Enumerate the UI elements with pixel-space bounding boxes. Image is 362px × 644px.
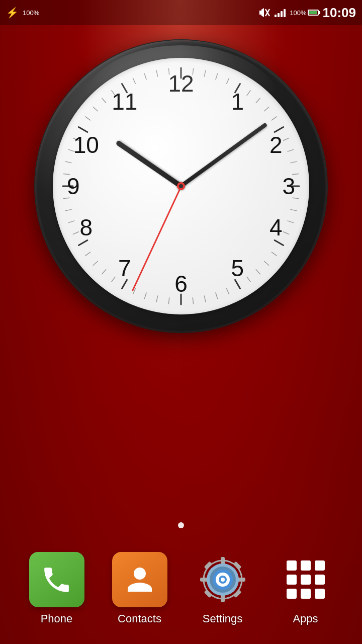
settings-icon-bg bbox=[195, 552, 250, 607]
status-right-icons: 100% 10:09 bbox=[257, 5, 356, 21]
svg-line-55 bbox=[85, 117, 90, 120]
svg-line-30 bbox=[227, 289, 229, 294]
svg-line-23 bbox=[284, 232, 289, 234]
svg-line-24 bbox=[275, 240, 283, 246]
settings-gear-svg bbox=[195, 552, 250, 607]
dock-item-settings[interactable]: Settings bbox=[195, 552, 250, 625]
page-dot-active bbox=[178, 522, 184, 528]
apps-dot-9 bbox=[315, 589, 325, 599]
clock-num-11: 11 bbox=[112, 88, 137, 115]
apps-dot-8 bbox=[301, 589, 311, 599]
svg-line-46 bbox=[69, 221, 74, 223]
dock-item-apps[interactable]: Apps bbox=[278, 552, 333, 625]
svg-line-62 bbox=[156, 70, 157, 76]
svg-line-58 bbox=[112, 91, 115, 96]
svg-line-9 bbox=[235, 84, 240, 92]
battery-percent: 100% bbox=[290, 9, 306, 17]
svg-line-17 bbox=[291, 162, 297, 163]
clock-num-12: 12 bbox=[168, 70, 194, 97]
svg-marker-0 bbox=[261, 8, 264, 17]
svg-line-7 bbox=[216, 74, 218, 79]
clock-center-dot bbox=[177, 182, 185, 190]
svg-line-40 bbox=[112, 277, 115, 282]
apps-label: Apps bbox=[293, 612, 318, 625]
svg-line-51 bbox=[65, 162, 71, 163]
svg-line-63 bbox=[168, 68, 169, 74]
svg-line-12 bbox=[264, 107, 269, 111]
apps-dot-6 bbox=[315, 575, 325, 585]
phone-svg bbox=[40, 564, 73, 596]
battery-bar bbox=[308, 10, 319, 16]
phone-icon-bg bbox=[29, 552, 84, 607]
clock-widget[interactable]: // We'll place tick marks via JS after r… bbox=[35, 40, 327, 332]
svg-line-5 bbox=[193, 68, 193, 74]
settings-label: Settings bbox=[203, 612, 243, 625]
clock-num-7: 7 bbox=[118, 255, 131, 282]
svg-line-21 bbox=[291, 209, 297, 210]
signal-bar-4 bbox=[284, 9, 286, 17]
svg-line-16 bbox=[288, 149, 293, 151]
clock-outer: // We'll place tick marks via JS after r… bbox=[35, 40, 327, 332]
svg-line-61 bbox=[144, 74, 146, 79]
status-left-icons: ⚡ 100% bbox=[6, 7, 39, 19]
dock: Phone Contacts bbox=[0, 538, 362, 644]
svg-line-33 bbox=[193, 298, 193, 304]
svg-line-27 bbox=[256, 270, 260, 274]
svg-line-22 bbox=[288, 221, 293, 223]
clock-num-9: 9 bbox=[67, 173, 80, 200]
contacts-icon-bg bbox=[112, 552, 167, 607]
contacts-svg bbox=[125, 565, 155, 595]
battery-icon: 100% bbox=[290, 9, 318, 17]
apps-icon-bg bbox=[278, 552, 333, 607]
clock-num-10: 10 bbox=[73, 131, 99, 158]
svg-line-35 bbox=[168, 298, 169, 304]
svg-line-6 bbox=[204, 70, 205, 76]
clock-num-8: 8 bbox=[80, 214, 93, 241]
svg-line-36 bbox=[156, 296, 157, 302]
clock-num-6: 6 bbox=[174, 270, 188, 297]
svg-line-37 bbox=[144, 293, 146, 298]
phone-label: Phone bbox=[41, 612, 73, 625]
signal-bars bbox=[275, 8, 286, 17]
svg-line-25 bbox=[272, 252, 277, 256]
clock-num-1: 1 bbox=[231, 88, 244, 115]
svg-line-41 bbox=[102, 270, 106, 274]
signal-bar-3 bbox=[281, 11, 283, 17]
apps-dot-3 bbox=[315, 560, 325, 571]
svg-line-47 bbox=[65, 209, 71, 210]
clock-num-5: 5 bbox=[231, 255, 244, 282]
svg-line-32 bbox=[204, 296, 205, 302]
clock-face: // We'll place tick marks via JS after r… bbox=[53, 58, 309, 314]
apps-dot-7 bbox=[287, 589, 297, 599]
svg-line-28 bbox=[247, 277, 250, 282]
clock-num-4: 4 bbox=[269, 214, 283, 241]
svg-line-13 bbox=[272, 117, 277, 120]
svg-line-8 bbox=[227, 78, 229, 84]
battery-fill bbox=[309, 11, 317, 14]
svg-line-59 bbox=[122, 84, 127, 92]
usb-icon: ⚡ bbox=[6, 7, 19, 19]
svg-line-31 bbox=[216, 293, 218, 298]
clock-num-3: 3 bbox=[282, 173, 295, 200]
signal-bar-1 bbox=[275, 15, 277, 17]
apps-dot-5 bbox=[301, 575, 311, 585]
signal-bar-2 bbox=[278, 13, 280, 17]
apps-dot-4 bbox=[287, 575, 297, 585]
status-bar: ⚡ 100% 100% 10:09 bbox=[0, 0, 362, 25]
status-time: 10:09 bbox=[323, 5, 356, 21]
svg-point-78 bbox=[221, 578, 225, 582]
contacts-label: Contacts bbox=[118, 612, 161, 625]
svg-line-42 bbox=[93, 261, 98, 265]
svg-line-44 bbox=[78, 240, 87, 246]
dock-item-contacts[interactable]: Contacts bbox=[112, 552, 167, 625]
battery-percent-left: 100% bbox=[23, 9, 39, 17]
apps-dot-2 bbox=[301, 560, 311, 571]
dock-item-phone[interactable]: Phone bbox=[29, 552, 84, 625]
svg-line-10 bbox=[247, 91, 250, 96]
svg-line-57 bbox=[102, 98, 106, 103]
svg-line-60 bbox=[133, 78, 135, 84]
svg-line-56 bbox=[93, 107, 98, 111]
svg-line-43 bbox=[85, 252, 90, 256]
svg-line-26 bbox=[264, 261, 269, 265]
svg-line-11 bbox=[256, 98, 260, 103]
